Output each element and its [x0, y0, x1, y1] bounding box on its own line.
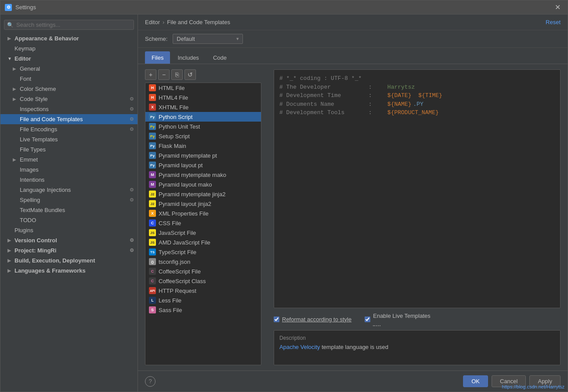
sidebar-label-color-scheme: Color Scheme	[20, 86, 56, 92]
expand-arrow: ▼	[7, 56, 12, 61]
restore-template-button[interactable]: ↺	[185, 69, 196, 80]
help-button[interactable]: ?	[145, 376, 156, 387]
list-item[interactable]: S Sass File	[145, 305, 261, 315]
list-item[interactable]: TS TypeScript File	[145, 247, 261, 257]
list-item[interactable]: J2 Pyramid layout jinja2	[145, 199, 261, 209]
list-item[interactable]: Py Python Unit Test	[145, 122, 261, 131]
tab-code[interactable]: Code	[206, 51, 233, 64]
sidebar-item-file-templates[interactable]: File and Code Templates ⚙	[0, 114, 137, 124]
tab-includes[interactable]: Includes	[171, 51, 205, 64]
sidebar-item-project[interactable]: ▶ Project: MingRi ⚙	[0, 245, 137, 255]
sidebar-item-editor[interactable]: ▼ Editor	[0, 54, 137, 64]
reformat-checkbox[interactable]	[274, 316, 279, 322]
code-comment: # *_* coding : UTF-8 *_*	[279, 74, 362, 83]
sidebar-label-keymap: Keymap	[14, 45, 36, 52]
file-list-toolbar: + − ⎘ ↺	[145, 69, 261, 80]
list-item[interactable]: Py Flask Main	[145, 141, 261, 151]
list-item[interactable]: L Less File	[145, 295, 261, 305]
sidebar-item-images[interactable]: Images	[0, 165, 137, 175]
list-item[interactable]: X XML Properties File	[145, 209, 261, 218]
expand-arrow: ▶	[7, 238, 12, 243]
file-list-panel: + − ⎘ ↺ H HTML File H HTML4 File	[145, 69, 261, 365]
sidebar-item-intentions[interactable]: Intentions	[0, 175, 137, 185]
panel-divider[interactable]	[267, 69, 268, 365]
apache-velocity-link[interactable]: Apache Velocity	[279, 344, 320, 350]
search-box[interactable]: 🔍	[4, 20, 134, 30]
sidebar-label-language-injections: Language Injections	[20, 187, 71, 193]
list-item[interactable]: C CoffeeScript Class	[145, 276, 261, 286]
reset-button[interactable]: Reset	[546, 19, 561, 25]
sidebar-label-build: Build, Execution, Deployment	[14, 257, 95, 264]
sidebar-item-plugins[interactable]: Plugins	[0, 225, 137, 235]
sidebar-item-todo[interactable]: TODO	[0, 215, 137, 225]
description-rest: template language is used	[320, 344, 388, 350]
expand-arrow: ▶	[7, 258, 12, 263]
settings-badge: ⚙	[130, 187, 134, 193]
sidebar-item-language-injections[interactable]: Language Injections ⚙	[0, 185, 137, 195]
sidebar-item-code-style[interactable]: ▶ Code Style ⚙	[0, 94, 137, 104]
list-item[interactable]: Py Pyramid layout pt	[145, 160, 261, 170]
coffee-class-icon: C	[149, 277, 156, 284]
list-item[interactable]: M Pyramid mytemplate mako	[145, 170, 261, 180]
code-value: Harrytsz	[387, 83, 415, 92]
list-item[interactable]: Py Python Script	[145, 112, 261, 122]
sidebar-item-textmate[interactable]: TextMate Bundles	[0, 205, 137, 215]
sidebar-item-file-encodings[interactable]: File Encodings ⚙	[0, 124, 137, 134]
list-item[interactable]: J2 Pyramid mytemplate jinja2	[145, 189, 261, 199]
reformat-checkbox-label[interactable]: Reformat according to style	[274, 316, 351, 323]
checkboxes-row: Reformat according to style Enable Live …	[274, 313, 561, 326]
list-item[interactable]: C CoffeeScript File	[145, 266, 261, 276]
remove-template-button[interactable]: −	[158, 69, 170, 80]
sidebar-label-code-style: Code Style	[20, 96, 48, 102]
list-item[interactable]: C CSS File	[145, 218, 261, 228]
close-button[interactable]: ✕	[552, 2, 563, 12]
add-template-button[interactable]: +	[145, 69, 156, 80]
sidebar-item-keymap[interactable]: Keymap	[0, 43, 137, 54]
sidebar-item-live-templates[interactable]: Live Templates	[0, 134, 137, 144]
right-panel: Editor › File and Code Templates Reset S…	[138, 14, 568, 392]
list-item[interactable]: X XHTML File	[145, 102, 261, 112]
list-item[interactable]: JS JavaScript File	[145, 228, 261, 237]
sidebar-item-inspections[interactable]: Inspections ⚙	[0, 104, 137, 114]
file-label: TypeScript File	[159, 249, 196, 255]
sidebar-item-emmet[interactable]: ▶ Emmet	[0, 155, 137, 165]
copy-template-button[interactable]: ⎘	[171, 69, 183, 80]
sidebar-item-font[interactable]: Font	[0, 74, 137, 84]
sidebar-item-spelling[interactable]: Spelling ⚙	[0, 195, 137, 205]
tab-files[interactable]: Files	[145, 51, 170, 64]
list-item[interactable]: Py Setup Script	[145, 131, 261, 141]
live-templates-checkbox[interactable]	[365, 316, 370, 322]
sidebar-item-general[interactable]: ▶ General	[0, 64, 137, 74]
settings-window: ⚙ Settings ✕ 🔍 ▶ Appearance & Behavior K…	[0, 0, 568, 392]
list-item[interactable]: {} tsconfig.json	[145, 257, 261, 266]
list-item[interactable]: H HTML4 File	[145, 93, 261, 102]
list-item[interactable]: API HTTP Request	[145, 286, 261, 295]
sidebar-item-build[interactable]: ▶ Build, Execution, Deployment	[0, 255, 137, 266]
sidebar-item-file-types[interactable]: File Types	[0, 144, 137, 155]
list-item[interactable]: Py Pyramid mytemplate pt	[145, 151, 261, 160]
description-section: Description Apache Velocity template lan…	[274, 330, 561, 365]
settings-badge: ⚙	[130, 106, 134, 112]
file-label: HTML File	[159, 85, 185, 91]
search-input[interactable]	[16, 22, 131, 28]
file-label: Python Unit Test	[159, 123, 200, 130]
expand-arrow: ▶	[7, 36, 12, 41]
live-templates-checkbox-label[interactable]: Enable Live Templates	[365, 313, 431, 326]
sidebar-label-editor: Editor	[14, 55, 31, 62]
code-comment: # Development Tools :	[279, 108, 386, 117]
sidebar-item-appearance[interactable]: ▶ Appearance & Behavior	[0, 33, 137, 43]
sidebar-item-color-scheme[interactable]: ▶ Color Scheme	[0, 84, 137, 94]
file-label: XHTML File	[159, 104, 188, 111]
code-editor[interactable]: # *_* coding : UTF-8 *_* # The Developer…	[274, 69, 561, 308]
scheme-select[interactable]: Default ▾	[173, 34, 243, 44]
list-item[interactable]: JS AMD JavaScript File	[145, 237, 261, 247]
file-label: HTTP Request	[159, 288, 196, 294]
file-label: Pyramid layout jinja2	[159, 201, 211, 207]
ok-button[interactable]: OK	[463, 375, 488, 387]
file-label: Pyramid layout mako	[159, 181, 212, 188]
sidebar-item-version-control[interactable]: ▶ Version Control ⚙	[0, 235, 137, 245]
sidebar-item-languages[interactable]: ▶ Languages & Frameworks	[0, 266, 137, 276]
list-item[interactable]: H HTML File	[145, 83, 261, 93]
panel-body: + − ⎘ ↺ H HTML File H HTML4 File	[138, 64, 568, 370]
list-item[interactable]: M Pyramid layout mako	[145, 180, 261, 189]
